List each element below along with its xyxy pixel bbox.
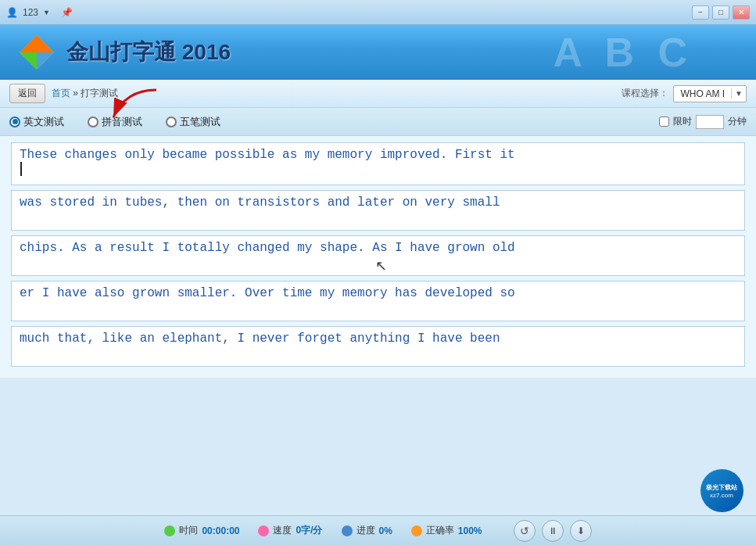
nav-right: 课程选择： WHO AM I ▼ xyxy=(622,85,747,102)
text-line-4: er I have also grown smaller. Over time … xyxy=(11,281,745,321)
title-bar-right: − □ ✕ xyxy=(692,5,750,20)
text-line-5: much that, like an elephant, I never for… xyxy=(11,326,745,367)
radio-english-inner xyxy=(13,119,18,124)
refresh-button[interactable]: ↺ xyxy=(514,520,536,542)
main-content: ↖ These changes only became possible as … xyxy=(0,136,756,378)
status-time: 时间 00:00:00 xyxy=(164,524,239,537)
status-speed: 速度 0字/分 xyxy=(258,524,322,537)
toolbar-row: 英文测试 拼音测试 五笔测试 限时 分钟 xyxy=(0,108,756,136)
minimize-button[interactable]: − xyxy=(692,5,709,20)
radio-wubi-circle xyxy=(166,117,177,127)
time-dot-icon xyxy=(164,525,175,536)
save-icon: ⬇ xyxy=(577,525,585,536)
watermark-logo: 极光下载站 xz7.com xyxy=(700,469,743,512)
text-span-2: was stored in tubes, then on transistors… xyxy=(20,195,500,210)
pin-icon: 📌 xyxy=(61,7,73,18)
status-controls: ↺ ⏸ ⬇ xyxy=(514,520,592,542)
text-span-3: chips. As a result I totally changed my … xyxy=(20,241,515,255)
dropdown-arrow-icon: ▼ xyxy=(43,9,50,16)
time-limit-group: 限时 分钟 xyxy=(659,115,747,129)
app-logo xyxy=(16,31,59,74)
pause-icon: ⏸ xyxy=(548,525,557,536)
progress-value: 0% xyxy=(379,525,392,536)
course-value: WHO AM I xyxy=(674,88,732,99)
svg-marker-3 xyxy=(37,52,54,70)
course-dropdown[interactable]: WHO AM I ▼ xyxy=(673,85,747,102)
radio-english-circle xyxy=(9,117,20,127)
cursor-row xyxy=(20,162,736,180)
svg-marker-1 xyxy=(20,35,54,52)
time-limit-checkbox[interactable] xyxy=(659,117,669,127)
watermark-line1: 极光下载站 xyxy=(706,483,737,492)
radio-pinyin-circle xyxy=(88,117,99,127)
time-label: 时间 xyxy=(179,524,198,537)
time-limit-input[interactable] xyxy=(696,115,724,129)
accuracy-dot-icon xyxy=(411,525,422,536)
progress-label: 进度 xyxy=(357,524,375,537)
text-span-4: er I have also grown smaller. Over time … xyxy=(20,286,515,300)
text-line-3: chips. As a result I totally changed my … xyxy=(11,235,745,276)
text-content-1: These changes only became possible as my… xyxy=(20,148,736,162)
accuracy-value: 100% xyxy=(458,525,482,536)
course-label: 课程选择： xyxy=(622,87,668,100)
back-button[interactable]: 返回 xyxy=(9,84,45,103)
speed-dot-icon xyxy=(258,525,269,536)
text-span-1: These changes only became possible as my… xyxy=(20,148,515,162)
save-button[interactable]: ⬇ xyxy=(570,520,592,542)
radio-wubi-label: 五笔测试 xyxy=(180,115,220,129)
time-limit-label: 限时 xyxy=(673,115,692,128)
svg-marker-2 xyxy=(20,52,37,70)
watermark: 极光下载站 xz7.com xyxy=(690,469,753,512)
speed-label: 速度 xyxy=(273,524,292,537)
dropdown-arrow-icon[interactable]: ▼ xyxy=(732,89,746,98)
text-span-5: much that, like an elephant, I never for… xyxy=(20,332,500,346)
progress-dot-icon xyxy=(342,525,353,536)
text-line-1: These changes only became possible as my… xyxy=(11,142,745,185)
pause-button[interactable]: ⏸ xyxy=(542,520,564,542)
status-progress: 进度 0% xyxy=(342,524,392,537)
title-bar-left: 👤 123 ▼ 📌 xyxy=(6,7,73,18)
text-cursor xyxy=(20,162,22,176)
close-button[interactable]: ✕ xyxy=(733,5,750,20)
user-icon: 👤 xyxy=(6,7,18,18)
app-title: 金山打字通 2016 xyxy=(66,38,231,67)
radio-wubi[interactable]: 五笔测试 xyxy=(166,115,220,129)
text-line-2: was stored in tubes, then on transistors… xyxy=(11,190,745,231)
username: 123 xyxy=(23,7,38,18)
app-header: 金山打字通 2016 A B C xyxy=(0,25,756,80)
status-accuracy: 正确率 100% xyxy=(411,524,482,537)
maximize-button[interactable]: □ xyxy=(712,5,729,20)
radio-english-label: 英文测试 xyxy=(23,115,64,129)
breadcrumb-sep: » xyxy=(73,88,78,99)
time-unit-label: 分钟 xyxy=(728,115,747,128)
breadcrumb-home[interactable]: 首页 xyxy=(52,88,70,99)
header-bg-decoration: A B C xyxy=(553,29,693,76)
red-arrow-indicator xyxy=(102,86,164,128)
speed-value: 0字/分 xyxy=(296,524,322,537)
watermark-line2: xz7.com xyxy=(710,492,733,499)
title-bar: 👤 123 ▼ 📌 − □ ✕ xyxy=(0,0,756,25)
time-value: 00:00:00 xyxy=(202,525,239,536)
status-bar: 时间 00:00:00 速度 0字/分 进度 0% 正确率 100% ↺ ⏸ ⬇ xyxy=(0,515,756,545)
radio-english[interactable]: 英文测试 xyxy=(9,115,64,129)
accuracy-label: 正确率 xyxy=(426,524,454,537)
